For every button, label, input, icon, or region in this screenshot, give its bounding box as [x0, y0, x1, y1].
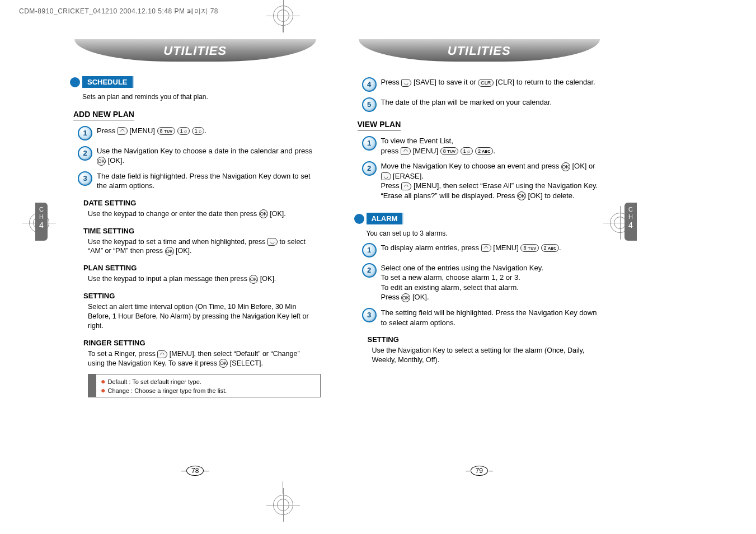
ok-key-icon: OK [97, 157, 106, 166]
key-8-icon: 8 ᴛᴜᴠ [440, 147, 459, 155]
ch-num: 4 [628, 221, 633, 229]
step-number-icon: 2 [78, 146, 92, 161]
heading-alarm-setting: SETTING [368, 335, 605, 344]
alarm-step-1: 1 To display alarm entries, press ◠ [MEN… [362, 243, 605, 257]
section-label: SCHEDULE [82, 76, 133, 88]
schedule-intro: Sets an plan and reminds you of that pla… [82, 93, 321, 101]
ch-letter: C [39, 206, 44, 213]
heading-add-new-plan: ADD NEW PLAN [73, 110, 134, 120]
ok-key-icon: OK [165, 247, 174, 256]
ch-num: 4 [39, 221, 44, 229]
key-1-icon: 1 ⌕ [177, 127, 190, 135]
crop-line [283, 25, 283, 32]
softkey-icon: ◠ [401, 182, 411, 190]
view-step-2: 2 Move the Navigation Key to choose an e… [362, 161, 605, 200]
softkey-icon: ◡ [267, 238, 278, 246]
softkey-icon: ◡ [381, 172, 391, 180]
page-number: 78 [53, 465, 337, 476]
setting-text: Select an alert time interval option (On… [88, 302, 321, 331]
heading-setting: SETTING [83, 292, 321, 300]
step-4: 4 Press ◡ [SAVE] to save it or CLR [CLR]… [362, 77, 605, 92]
alarm-step-3: 3 The setting field will be highlighted.… [362, 308, 605, 327]
key-2-icon: 2 ᴀʙᴄ [541, 244, 560, 252]
softkey-icon: ◡ [401, 79, 411, 87]
heading-date-setting: DATE SETTING [83, 199, 321, 207]
registration-mark-icon [273, 6, 293, 26]
ok-key-icon: OK [401, 293, 410, 302]
bullet-icon [354, 214, 364, 224]
step-number-icon: 1 [362, 136, 377, 151]
note-box: ●Default : To set default ringer type. ●… [88, 374, 321, 397]
ch-letter: H [39, 213, 44, 220]
alarm-intro: You can set up to 3 alarms. [367, 229, 605, 237]
softkey-icon: ◠ [481, 244, 491, 252]
heading-time-setting: TIME SETTING [83, 227, 321, 235]
section-alarm: ALARM [354, 213, 403, 224]
plan-setting-text: Use the keypad to input a plan message t… [88, 274, 321, 284]
ok-key-icon: OK [259, 209, 268, 218]
key-1-icon: 1 ⌕ [461, 147, 473, 155]
chapter-tab: C H 4 [35, 203, 48, 241]
bullet-icon: ● [101, 377, 105, 386]
softkey-icon: ◠ [118, 127, 128, 135]
heading-plan-setting: PLAN SETTING [83, 264, 321, 272]
step-number-icon: 1 [362, 243, 377, 257]
step-number-icon: 3 [78, 171, 92, 186]
key-2-icon: 2 ᴀʙᴄ [475, 147, 494, 155]
step-number-icon: 5 [362, 97, 377, 112]
step-5: 5 The date of the plan will be marked on… [362, 97, 605, 112]
page-title-banner: UTILITIES [354, 39, 605, 67]
date-setting-text: Use the keypad to change or enter the da… [88, 209, 321, 219]
note-line: Default : To set default ringer type. [107, 378, 201, 385]
page-left: C H 4 UTILITIES SCHEDULE Sets an plan an… [53, 34, 337, 476]
ch-letter: C [628, 206, 633, 213]
view-step-1: 1 To view the Event List, press ◠ [MENU]… [362, 136, 605, 156]
heading-view-plan: VIEW PLAN [358, 120, 401, 130]
bullet-icon: ● [101, 386, 105, 395]
spread: C H 4 UTILITIES SCHEDULE Sets an plan an… [53, 34, 621, 476]
ringer-setting-text: To set a Ringer, press ◠ [MENU], then se… [88, 349, 321, 368]
key-1-icon: 1 ⌕ [192, 127, 205, 135]
section-schedule: SCHEDULE [70, 76, 133, 88]
document-header: CDM-8910_CRICKET_041210 2004.12.10 5:48 … [19, 7, 218, 16]
page-title: UTILITIES [70, 44, 321, 58]
step-number-icon: 3 [362, 308, 377, 322]
step-number-icon: 2 [362, 263, 377, 278]
ch-letter: H [628, 213, 633, 220]
page-title-banner: UTILITIES [70, 39, 321, 67]
step-number-icon: 1 [78, 126, 92, 140]
chapter-tab: C H 4 [624, 203, 637, 241]
step-2: 2 Use the Navigation Key to choose a dat… [78, 146, 321, 166]
step-number-icon: 4 [362, 77, 377, 92]
note-line: Change : Choose a ringer type from the l… [107, 387, 227, 394]
step-number-icon: 2 [362, 161, 377, 176]
registration-mark-icon [273, 495, 293, 515]
ok-key-icon: OK [517, 191, 526, 200]
page-number: 79 [337, 465, 622, 476]
section-label: ALARM [367, 213, 403, 224]
softkey-icon: ◠ [157, 350, 167, 358]
alarm-step-2: 2 Select one of the entries using the Na… [362, 263, 605, 302]
crop-line [283, 481, 283, 494]
key-8-icon: 8 ᴛᴜᴠ [520, 244, 539, 252]
time-setting-text: Use the keypad to set a time and when hi… [88, 237, 321, 256]
page-title: UTILITIES [354, 44, 605, 58]
heading-ringer-setting: RINGER SETTING [83, 339, 321, 347]
key-8-icon: 8 ᴛᴜᴠ [157, 127, 176, 135]
page-right: C H 4 UTILITIES 4 Press ◡ [SAVE] to save… [337, 34, 622, 476]
ok-key-icon: OK [249, 275, 258, 284]
ok-key-icon: OK [561, 162, 570, 171]
page-number-value: 78 [186, 466, 204, 476]
bullet-icon [70, 77, 80, 87]
ok-key-icon: OK [219, 359, 228, 368]
clr-key-icon: CLR [478, 79, 494, 87]
step-3: 3 The date field is highlighted. Press t… [78, 171, 321, 191]
softkey-icon: ◠ [401, 147, 411, 155]
alarm-setting-text: Use the Navigation Key to select a setti… [372, 346, 605, 365]
step-1: 1 Press ◠ [MENU] 8 ᴛᴜᴠ 1 ⌕ 1 ⌕. [78, 126, 321, 140]
page-number-value: 79 [471, 466, 488, 476]
